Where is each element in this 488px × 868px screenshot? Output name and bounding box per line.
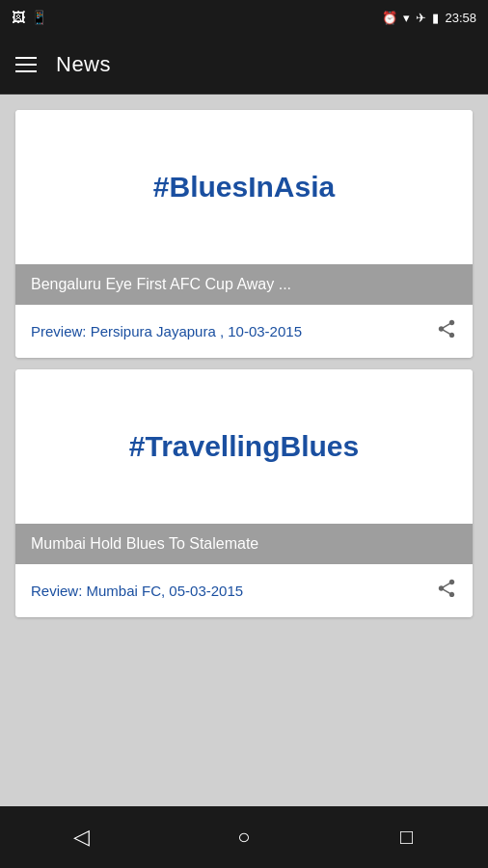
wifi-icon: ▾: [403, 11, 410, 25]
card-1-share-button[interactable]: [436, 318, 457, 344]
card-1-subtitle: Preview: Persipura Jayapura , 10-03-2015: [31, 323, 302, 339]
back-button[interactable]: ◁: [52, 808, 110, 866]
card-2-subtitle: Review: Mumbai FC, 05-03-2015: [31, 583, 243, 599]
airplane-icon: ✈: [416, 11, 426, 25]
card-2-hashtag: #TravellingBlues: [129, 429, 359, 464]
card-2-share-button[interactable]: [436, 578, 457, 604]
hamburger-line-3: [15, 70, 37, 72]
card-2-title: Mumbai Hold Blues To Stalemate: [31, 535, 258, 552]
recent-icon: □: [400, 825, 413, 850]
card-1-title-bar: Bengaluru Eye First AFC Cup Away ...: [15, 264, 473, 305]
battery-icon: ▮: [432, 11, 439, 25]
main-content: #BluesInAsia Bengaluru Eye First AFC Cup…: [0, 95, 488, 806]
app-title: News: [56, 52, 111, 77]
app-bar: News: [0, 35, 488, 95]
hamburger-line-1: [15, 57, 37, 59]
news-card-2[interactable]: #TravellingBlues Mumbai Hold Blues To St…: [15, 369, 473, 617]
image-icon: 🖼: [12, 10, 25, 25]
card-1-title: Bengaluru Eye First AFC Cup Away ...: [31, 276, 291, 292]
card-2-footer: Review: Mumbai FC, 05-03-2015: [15, 564, 473, 617]
card-1-image-area: #BluesInAsia: [15, 110, 473, 264]
home-button[interactable]: ○: [215, 808, 273, 866]
status-bar-right-icons: ⏰ ▾ ✈ ▮ 23:58: [382, 11, 476, 25]
hamburger-menu-button[interactable]: [15, 57, 37, 72]
status-bar: 🖼 📱 ⏰ ▾ ✈ ▮ 23:58: [0, 0, 488, 35]
recent-apps-button[interactable]: □: [378, 808, 436, 866]
card-2-title-bar: Mumbai Hold Blues To Stalemate: [15, 524, 473, 564]
back-icon: ◁: [73, 825, 90, 850]
card-2-image-area: #TravellingBlues: [15, 369, 473, 524]
alarm-icon: ⏰: [382, 11, 397, 25]
home-icon: ○: [237, 825, 250, 850]
clock-time: 23:58: [445, 11, 476, 25]
card-1-hashtag: #BluesInAsia: [153, 170, 335, 204]
phone-icon: 📱: [31, 10, 47, 25]
card-1-footer: Preview: Persipura Jayapura , 10-03-2015: [15, 305, 473, 358]
news-card-1[interactable]: #BluesInAsia Bengaluru Eye First AFC Cup…: [15, 110, 473, 358]
bottom-nav: ◁ ○ □: [0, 806, 488, 868]
hamburger-line-2: [15, 64, 37, 66]
status-bar-left-icons: 🖼 📱: [12, 10, 47, 25]
